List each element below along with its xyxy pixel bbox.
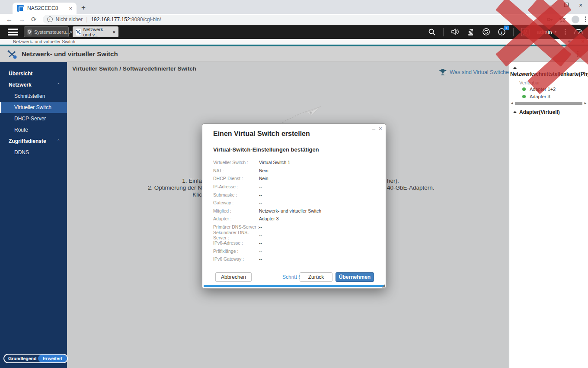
bg-text-line1-right: her). — [387, 178, 399, 184]
main-menu-icon[interactable] — [8, 29, 18, 36]
network-switch-app-icon — [7, 50, 17, 59]
sidebar-group-zugriffsdienste[interactable]: Zugriffsdienste⌃ — [0, 136, 67, 147]
user-avatar-icon[interactable] — [521, 28, 530, 36]
chevron-up-icon: ⌃ — [57, 83, 60, 87]
apptab-systemsteuerung[interactable]: Systemsteueru... × — [24, 26, 69, 37]
summary-row: Submaske :-- — [213, 190, 377, 199]
summary-row: Präfixlänge :-- — [213, 247, 377, 255]
apptab-netzwerk[interactable]: Netzwerk- und v... × — [73, 26, 118, 37]
browser-profile-avatar[interactable] — [572, 16, 579, 23]
search-icon[interactable] — [428, 28, 436, 36]
tutor-icon — [438, 68, 447, 76]
chevron-down-icon: ▼ — [554, 30, 557, 34]
site-info-icon[interactable]: i — [47, 16, 53, 22]
password-key-icon[interactable] — [546, 16, 553, 23]
notifications-wrapper[interactable]: i 1 — [498, 28, 506, 36]
collapse-triangle-icon[interactable] — [513, 67, 517, 69]
adapter-list-item[interactable]: Adapter 1+2 — [522, 87, 556, 92]
browser-url-row: ← → ⟳ i Nicht sicher | 192.168.177.152 :… — [0, 14, 588, 25]
back-button[interactable]: Zurück — [300, 272, 332, 282]
dashboard-gauge-icon[interactable] — [573, 27, 584, 37]
apptab-close-icon[interactable]: × — [113, 29, 115, 35]
forward-icon[interactable]: → — [19, 16, 25, 23]
background-tasks-icon[interactable] — [467, 28, 475, 36]
sidebar-item-route[interactable]: Route — [0, 124, 67, 136]
back-icon[interactable]: ← — [6, 16, 13, 23]
app-title: Netzwerk- und virtueller Switch — [22, 50, 118, 58]
sidebar-group-netzwerk[interactable]: Netzwerk⌃ — [0, 79, 67, 90]
status-dot-green — [522, 95, 526, 98]
browser-tab-strip: NAS2CEEC8 × + – × — [0, 0, 588, 14]
app-header: Netzwerk- und virtueller Switch — [0, 46, 588, 62]
mode-toggle[interactable]: Grundlegend Erweitert — [3, 354, 68, 363]
bg-text-line2-left: 2. Optimierung der N — [67, 184, 202, 191]
summary-row: IP-Adresse :-- — [213, 183, 377, 191]
resize-handle[interactable] — [382, 284, 385, 287]
scroll-right-icon[interactable]: ► — [584, 101, 587, 105]
app-window-titlebar[interactable]: Netzwerk- und virtueller Switch – + × — [0, 39, 588, 45]
window-minimize-button[interactable]: – — [554, 38, 557, 45]
browser-tab[interactable]: NAS2CEEC8 × — [13, 3, 77, 14]
summary-row: Gateway :-- — [213, 199, 377, 207]
sidebar-item-dhcp-server[interactable]: DHCP-Server — [0, 113, 67, 124]
dialog-close-icon[interactable]: × — [379, 125, 382, 132]
bg-text-line1-left: 1. Einfa — [67, 178, 202, 184]
window-close-button[interactable]: × — [581, 38, 585, 45]
window-maximize-button[interactable]: + — [567, 38, 571, 45]
browser-menu-icon[interactable] — [585, 16, 586, 22]
mode-advanced-label[interactable]: Erweitert — [38, 355, 67, 362]
help-link[interactable]: Was sind Virtual Switches? — [438, 68, 514, 76]
summary-row: Adapter :Adapter 3 — [213, 215, 377, 223]
security-label: Nicht sicher — [56, 16, 83, 23]
summary-row: DHCP-Dienst :Nein — [213, 174, 377, 183]
bg-text-line3-left: Klic — [67, 191, 202, 198]
scrollbar-thumb[interactable] — [515, 102, 582, 105]
adapter-list-item[interactable]: Adapter 3 — [522, 94, 550, 99]
tab-close-icon[interactable]: × — [68, 5, 73, 12]
help-link-label: Was sind Virtual Switches? — [450, 69, 514, 75]
wizard-progress-bar — [204, 285, 384, 287]
more-options-icon[interactable] — [565, 29, 566, 35]
volume-icon[interactable] — [451, 28, 460, 36]
browser-minimize-button[interactable]: – — [550, 2, 553, 9]
sidebar-item-uebersicht[interactable]: Übersicht — [0, 68, 67, 79]
reload-icon[interactable]: ⟳ — [31, 16, 37, 23]
browser-maximize-button[interactable] — [564, 3, 569, 7]
url-path: :8080/cgi-bin/ — [130, 16, 161, 23]
bookmark-star-icon[interactable] — [559, 16, 566, 23]
external-device-icon[interactable] — [482, 28, 490, 36]
user-label: admin — [537, 29, 552, 35]
sidebar-item-virtueller-switch[interactable]: Virtueller Switch — [0, 102, 67, 113]
settings-summary: Virtueller Switch :Virtual Switch 1 NAT … — [213, 158, 377, 263]
bg-text-line2-right: 40-GbE-Adaptern. — [387, 184, 435, 191]
apply-button[interactable]: Übernehmen — [336, 272, 374, 282]
available-label: Verfügbar — [519, 80, 540, 85]
header-more-icon[interactable] — [577, 51, 578, 57]
user-menu[interactable]: admin ▼ — [537, 29, 557, 35]
sidebar: Übersicht Netzwerk⌃ Schnittstellen Virtu… — [0, 62, 67, 368]
network-switch-icon — [76, 29, 81, 36]
status-dot-green — [522, 87, 526, 91]
dialog-subtitle: Virtual-Switch-Einstellungen bestätigen — [213, 146, 319, 153]
apptab-label: Systemsteueru... — [34, 29, 70, 35]
nas-taskbar: Systemsteueru... × Netzwerk- und v... × … — [0, 25, 588, 39]
browser-close-button[interactable]: × — [579, 2, 582, 9]
cancel-button[interactable]: Abbrechen — [215, 272, 252, 282]
collapse-triangle-icon[interactable] — [513, 111, 517, 113]
sidebar-item-ddns[interactable]: DDNS — [0, 147, 67, 158]
qnap-favicon — [17, 5, 24, 12]
apptab-label: Netzwerk- und v... — [83, 27, 112, 37]
omnibox-divider: | — [86, 16, 87, 23]
dialog-minimize-icon[interactable]: – — [372, 126, 375, 132]
horizontal-scrollbar[interactable]: ◄ ► — [510, 101, 587, 105]
browser-tab-title: NAS2CEEC8 — [27, 5, 68, 11]
right-panel: Netzwerkschnittstellenkarte(Physikali Ve… — [509, 62, 588, 368]
new-tab-button[interactable]: + — [81, 3, 86, 12]
scroll-left-icon[interactable]: ◄ — [510, 101, 514, 105]
summary-row: IPv6 Gateway :-- — [213, 255, 377, 263]
sidebar-item-schnittstellen[interactable]: Schnittstellen — [0, 90, 67, 102]
virtual-adapters-title: Adapter(Virtuell) — [519, 109, 560, 115]
mode-basic-label[interactable]: Grundlegend — [8, 356, 36, 361]
address-bar[interactable]: i Nicht sicher | 192.168.177.152 :8080/c… — [43, 15, 542, 24]
dialog-title: Einen Virtual Switch erstellen — [213, 130, 310, 138]
